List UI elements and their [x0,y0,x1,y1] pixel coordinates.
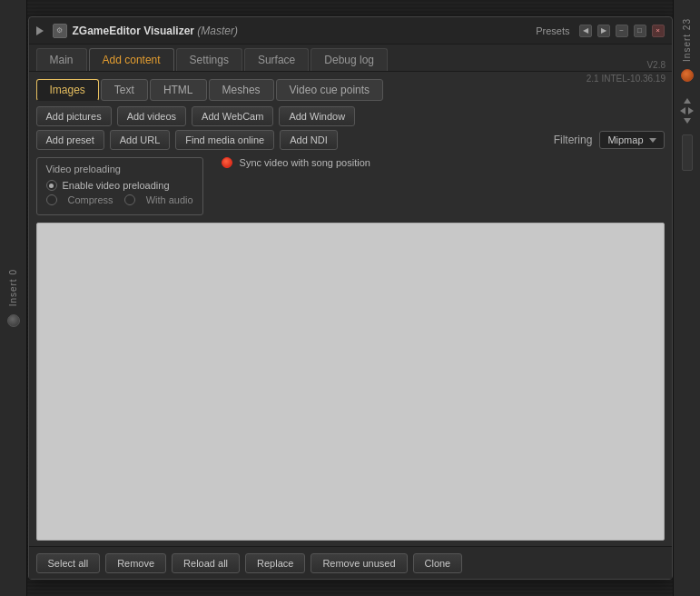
content-area: Images Text HTML Meshes Video cue points… [29,72,672,546]
left-rail-label: Insert 0 [8,269,18,306]
right-rail: Insert 23 [673,0,700,596]
preloading-section: Video preloading Enable video preloading… [36,154,665,219]
mipmap-value: Mipmap [607,134,643,145]
add-pictures-button[interactable]: Add pictures [36,106,112,126]
scroll-left-icon[interactable] [680,107,685,114]
enable-preloading-radio[interactable] [46,180,57,191]
maximize-button[interactable]: □ [634,25,646,37]
add-ndi-button[interactable]: Add NDI [280,130,338,150]
preloading-title: Video preloading [46,164,193,174]
right-rail-knob-orange[interactable] [681,69,694,82]
version-info: V2.8 2.1 INTEL-10.36.19 [587,58,665,85]
tab-add-content[interactable]: Add content [89,48,174,71]
app-icon: ⚙ [53,24,67,38]
left-rail-knob[interactable] [7,314,20,327]
clone-button[interactable]: Clone [413,553,463,573]
scroll-down-icon[interactable] [684,118,691,124]
preset-next-button[interactable]: ▶ [597,25,610,37]
scroll-up-icon[interactable] [684,98,691,104]
sub-tab-html[interactable]: HTML [150,79,207,101]
preset-prev-button[interactable]: ◀ [579,25,592,37]
compress-row: Compress With audio [46,194,193,205]
version-number: V2.8 [587,58,665,72]
scroll-right-icon[interactable] [688,107,694,114]
find-media-online-button[interactable]: Find media online [175,130,274,150]
toolbar-row-2: Add preset Add URL Find media online Add… [36,130,665,150]
left-rail: Insert 0 [0,0,27,596]
replace-button[interactable]: Replace [245,553,305,573]
add-window-button[interactable]: Add Window [279,106,355,126]
radio-inner [49,184,54,188]
main-window: ⚙ ZGameEditor Visualizer (Master) Preset… [28,16,673,580]
sub-tabs: Images Text HTML Meshes Video cue points [36,77,665,103]
build-info: 2.1 INTEL-10.36.19 [587,72,665,85]
collapse-icon[interactable] [36,26,44,35]
filtering-dropdown[interactable]: Mipmap [599,131,664,149]
close-button[interactable]: × [652,25,665,37]
media-area[interactable] [36,223,665,541]
sub-tab-video-cue-points[interactable]: Video cue points [276,79,384,101]
rail-scroll [680,98,694,124]
compress-radio[interactable] [46,194,57,205]
add-preset-button[interactable]: Add preset [36,130,104,150]
tab-debug-log[interactable]: Debug log [311,48,388,71]
with-audio-radio[interactable] [124,194,135,205]
filtering-label: Filtering [554,134,593,146]
select-all-button[interactable]: Select all [36,553,101,573]
sync-row: Sync video with song position [222,157,370,168]
compress-label: Compress [68,194,113,205]
title-bar: ⚙ ZGameEditor Visualizer (Master) Preset… [29,17,672,45]
dropdown-arrow-icon [649,138,656,143]
add-url-button[interactable]: Add URL [110,130,171,150]
filtering-group: Filtering Mipmap [554,131,665,149]
remove-unused-button[interactable]: Remove unused [311,553,407,573]
add-videos-button[interactable]: Add videos [117,106,186,126]
tab-main[interactable]: Main [36,48,87,71]
with-audio-label: With audio [146,194,193,205]
sync-label: Sync video with song position [240,157,370,168]
enable-preloading-label: Enable video preloading [63,180,170,191]
presets-label: Presets [536,25,569,36]
title-text: ZGameEditor Visualizer (Master) [73,25,531,37]
toolbar-row-1: Add pictures Add videos Add WebCam Add W… [36,106,665,126]
video-preloading-box: Video preloading Enable video preloading… [36,157,203,215]
right-rail-slider[interactable] [682,134,693,171]
right-rail-label: Insert 23 [682,18,692,62]
nav-bar: Main Add content Settings Surface Debug … [29,45,672,72]
sync-indicator[interactable] [222,157,232,168]
sub-tab-images[interactable]: Images [36,79,99,101]
remove-button[interactable]: Remove [105,553,166,573]
master-label: (Master) [197,25,238,37]
tab-surface[interactable]: Surface [244,48,309,71]
add-webcam-button[interactable]: Add WebCam [192,106,273,126]
bottom-bar: Select all Remove Reload all Replace Rem… [29,546,672,579]
reload-all-button[interactable]: Reload all [172,553,240,573]
minimize-button[interactable]: − [616,25,628,37]
enable-preloading-row: Enable video preloading [46,180,193,191]
sub-tab-meshes[interactable]: Meshes [209,79,274,101]
app-name: ZGameEditor Visualizer [73,25,195,37]
app-background: Insert 0 Insert 23 ⚙ ZGameEditor Visuali… [0,0,700,596]
tab-settings[interactable]: Settings [176,48,242,71]
sub-tab-text[interactable]: Text [101,79,148,101]
